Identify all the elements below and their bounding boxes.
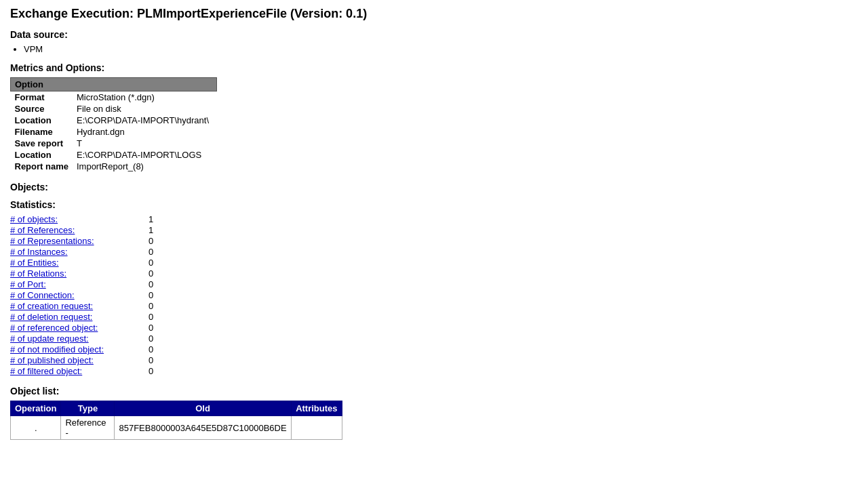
option-key: Report name xyxy=(11,161,73,172)
object-cell-attributes xyxy=(291,416,342,440)
option-value: MicroStation (*.dgn) xyxy=(73,92,217,104)
stat-value: 0 xyxy=(149,236,153,246)
data-source-list: VPM xyxy=(24,44,858,54)
option-key: Location xyxy=(11,115,73,126)
option-value: E:\CORP\DATA-IMPORT\hydrant\ xyxy=(73,115,217,126)
options-row: LocationE:\CORP\DATA-IMPORT\hydrant\ xyxy=(11,115,217,126)
stat-row: # of referenced object:0 xyxy=(10,323,858,333)
stat-label: # of Entities: xyxy=(10,258,146,268)
object-cell-old: 857FEB8000003A645E5D87C10000B6DE xyxy=(115,416,291,440)
stat-value: 0 xyxy=(149,247,153,257)
option-value: E:\CORP\DATA-IMPORT\LOGS xyxy=(73,149,217,161)
option-key: Save report xyxy=(11,138,73,149)
statistics-container: # of objects:1# of References:1# of Repr… xyxy=(10,214,858,376)
option-key: Source xyxy=(11,103,73,115)
options-row: FormatMicroStation (*.dgn) xyxy=(11,92,217,104)
stat-row: # of objects:1 xyxy=(10,214,858,224)
stat-label: # of Relations: xyxy=(10,268,146,279)
stat-value: 0 xyxy=(149,333,153,344)
options-row: LocationE:\CORP\DATA-IMPORT\LOGS xyxy=(11,149,217,161)
stat-row: # of filtered object:0 xyxy=(10,366,858,376)
data-source-item-vpm: VPM xyxy=(24,44,858,54)
stat-label: # of published object: xyxy=(10,355,146,365)
stat-label: # of Connection: xyxy=(10,290,146,300)
stat-label: # of References: xyxy=(10,225,146,235)
stat-row: # of Port:0 xyxy=(10,279,858,289)
object-cell-type: Reference - xyxy=(61,416,115,440)
stat-value: 0 xyxy=(149,312,153,322)
object-table-col-header: Attributes xyxy=(291,401,342,416)
stat-value: 1 xyxy=(149,214,153,224)
stat-row: # of Representations:0 xyxy=(10,236,858,246)
data-source-label: Data source: xyxy=(10,29,858,40)
stat-label: # of referenced object: xyxy=(10,323,146,333)
stat-label: # of not modified object: xyxy=(10,344,146,354)
stat-label: # of Port: xyxy=(10,279,146,289)
object-table-col-header: Type xyxy=(61,401,115,416)
stat-value: 0 xyxy=(149,355,153,365)
stat-value: 1 xyxy=(149,225,153,235)
stat-row: # of Entities:0 xyxy=(10,258,858,268)
options-row: FilenameHydrant.dgn xyxy=(11,126,217,138)
object-cell-operation: . xyxy=(11,416,61,440)
statistics-label: Statistics: xyxy=(10,199,858,210)
option-key: Filename xyxy=(11,126,73,138)
options-table-header: Option xyxy=(11,78,217,92)
stat-value: 0 xyxy=(149,366,153,376)
stat-label: # of deletion request: xyxy=(10,312,146,322)
stat-label: # of objects: xyxy=(10,214,146,224)
option-value: T xyxy=(73,138,217,149)
stat-label: # of filtered object: xyxy=(10,366,146,376)
stat-value: 0 xyxy=(149,279,153,289)
stat-value: 0 xyxy=(149,344,153,354)
stat-row: # of Instances:0 xyxy=(10,247,858,257)
option-value: ImportReport_(8) xyxy=(73,161,217,172)
stat-row: # of References:1 xyxy=(10,225,858,235)
stat-row: # of published object:0 xyxy=(10,355,858,365)
stat-label: # of creation request: xyxy=(10,301,146,311)
stat-row: # of Connection:0 xyxy=(10,290,858,300)
stat-value: 0 xyxy=(149,323,153,333)
metrics-label: Metrics and Options: xyxy=(10,62,858,73)
stat-label: # of Instances: xyxy=(10,247,146,257)
object-list-label: Object list: xyxy=(10,386,858,396)
stat-row: # of not modified object:0 xyxy=(10,344,858,354)
option-value: Hydrant.dgn xyxy=(73,126,217,138)
stat-label: # of Representations: xyxy=(10,236,146,246)
option-key: Format xyxy=(11,92,73,104)
page-title: Exchange Execution: PLMImportExperienceF… xyxy=(10,7,858,21)
option-key: Location xyxy=(11,149,73,161)
stat-row: # of creation request:0 xyxy=(10,301,858,311)
object-table-row: .Reference -857FEB8000003A645E5D87C10000… xyxy=(11,416,342,440)
options-row: SourceFile on disk xyxy=(11,103,217,115)
object-table-col-header: Old xyxy=(115,401,291,416)
stat-row: # of Relations:0 xyxy=(10,268,858,279)
object-table: OperationTypeOldAttributes .Reference -8… xyxy=(10,401,342,440)
stat-value: 0 xyxy=(149,301,153,311)
stat-value: 0 xyxy=(149,268,153,279)
stat-value: 0 xyxy=(149,258,153,268)
options-row: Save reportT xyxy=(11,138,217,149)
option-value: File on disk xyxy=(73,103,217,115)
stat-label: # of update request: xyxy=(10,333,146,344)
options-row: Report nameImportReport_(8) xyxy=(11,161,217,172)
objects-label: Objects: xyxy=(10,182,858,192)
object-table-col-header: Operation xyxy=(11,401,61,416)
options-table: Option FormatMicroStation (*.dgn)SourceF… xyxy=(10,77,217,172)
stat-row: # of update request:0 xyxy=(10,333,858,344)
stat-row: # of deletion request:0 xyxy=(10,312,858,322)
stat-value: 0 xyxy=(149,290,153,300)
